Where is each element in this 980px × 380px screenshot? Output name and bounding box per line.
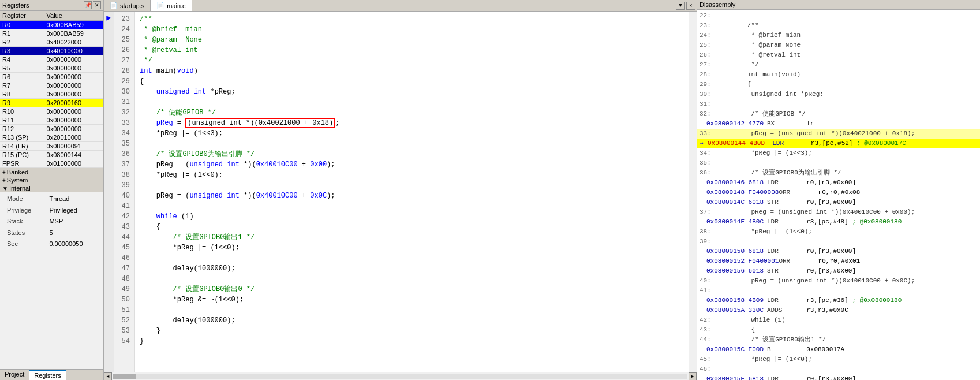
scroll-right-btn[interactable]: ▶	[689, 372, 697, 381]
extra-info: ModeThreadPrivilegePrivilegedStackMSPSta…	[0, 192, 103, 251]
list-item: R10	[0, 107, 44, 116]
list-item: R13 (SP)	[0, 133, 44, 142]
disasm-line: ⇒0x08000144 4B0D LDR r3,[pc,#52] ; @0x08…	[697, 139, 980, 148]
list-item: R4	[0, 55, 44, 64]
banked-expand-icon[interactable]: +	[2, 169, 6, 176]
code-line	[140, 253, 684, 263]
disasm-line: 42: while (1)	[697, 315, 980, 325]
registers-pin-btn[interactable]: 📌	[84, 1, 92, 9]
line-number: 25	[117, 35, 132, 45]
code-line	[140, 139, 684, 149]
list-item: R9	[0, 99, 44, 107]
list-item: 0x00000000	[44, 81, 103, 90]
list-item: 0x00000000	[44, 125, 103, 133]
disasm-line: 0x08000156 6018STR r0,[r3,#0x00]	[697, 266, 980, 276]
disasm-content[interactable]: 22: 23: /**24: * @brief mian25: * @param…	[697, 10, 980, 380]
line-numbers: 2324252627282930313233343536373839404142…	[114, 12, 135, 372]
scroll-left-btn[interactable]: ◀	[104, 372, 112, 381]
scroll-thumb[interactable]	[113, 374, 136, 379]
disasm-line: 41:	[697, 286, 980, 296]
registers-panel: Registers 📌 ✕ Register Value R00x000BAB5…	[0, 0, 104, 380]
disasm-line: 27: */	[697, 60, 980, 70]
line-number: 43	[117, 222, 132, 232]
code-line: /* 设置GPIOB0输出1 */	[140, 232, 684, 243]
code-line: *pReg |= (1<<3);	[140, 128, 684, 139]
editor-close-btn[interactable]: ✕	[686, 2, 695, 10]
list-item: 0.00000050	[47, 239, 99, 250]
system-section: + System	[0, 176, 103, 184]
list-item: 0x20010000	[44, 133, 103, 142]
code-line: while (1)	[140, 211, 684, 222]
disasm-title-bar: Disassembly	[697, 0, 980, 10]
tab-project[interactable]: Project	[0, 370, 29, 380]
col-value: Value	[44, 11, 103, 21]
vertical-scrollbar[interactable]	[689, 12, 697, 372]
code-line: delay(1000000);	[140, 263, 684, 274]
tab-startup[interactable]: 📄 startup.s	[104, 0, 151, 11]
disasm-line: 31:	[697, 99, 980, 109]
list-item: 0x40010C00	[44, 47, 103, 55]
editor-dropdown-btn[interactable]: ▼	[676, 2, 685, 10]
scroll-track[interactable]	[113, 374, 687, 379]
list-item: 5	[47, 228, 99, 239]
disasm-line: 0x0800015A 330CADDS r3,r3,#0x0C	[697, 306, 980, 315]
line-number: 31	[117, 97, 132, 107]
list-item: 0x08000091	[44, 142, 103, 151]
list-item: 0x01000000	[44, 159, 103, 168]
line-number: 45	[117, 243, 132, 253]
list-item: R7	[0, 81, 44, 90]
list-item: MSP	[47, 216, 99, 228]
list-item: FPSR	[0, 159, 44, 168]
disasm-line: 0x0800014E 4B0CLDR r3,[pc,#48] ; @0x0800…	[697, 217, 980, 227]
disasm-line: 0x08000142 4770BX lr	[697, 119, 980, 129]
disasm-line: 24: * @brief mian	[697, 31, 980, 40]
line-number: 33	[117, 118, 132, 128]
code-line: */	[140, 55, 684, 66]
code-line: *pReg &= ~(1<<0);	[140, 295, 684, 305]
code-content[interactable]: /** * @brief mian * @param None * @retva…	[135, 12, 689, 372]
editor-panel: 📄 startup.s 📄 main.c ▼ ✕ ▶ 2324252627282…	[104, 0, 697, 380]
disasm-line: 46:	[697, 364, 980, 374]
disasm-line: 34: *pReg |= (1<<3);	[697, 148, 980, 158]
tab-registers[interactable]: Registers	[29, 370, 66, 380]
line-number: 26	[117, 45, 132, 55]
arrow-icon: ▶	[106, 13, 111, 23]
system-expand-icon[interactable]: +	[2, 177, 6, 184]
registers-close-btn[interactable]: ✕	[93, 1, 101, 9]
disasm-line: 26: * @retval int	[697, 50, 980, 60]
line-number: 48	[117, 274, 132, 284]
panel-tabs: Project Registers	[0, 369, 103, 380]
disasm-line: 0x0800014C 6018STR r0,[r3,#0x00]	[697, 198, 980, 207]
line-number: 28	[117, 66, 132, 76]
code-line: /* 设置GPIOB0输出0 */	[140, 284, 684, 295]
internal-label: Internal	[9, 185, 31, 192]
line-number: 42	[117, 211, 132, 222]
line-number: 36	[117, 149, 132, 159]
disasm-line: 40: pReg = (unsigned int *)(0x40010C00 +…	[697, 276, 980, 286]
list-item: R2	[0, 38, 44, 47]
disasm-line: 32: /* 使能GPIOB */	[697, 109, 980, 119]
editor-tabs: 📄 startup.s 📄 main.c	[104, 0, 192, 11]
code-line	[140, 305, 684, 315]
code-line	[140, 274, 684, 284]
line-number: 34	[117, 128, 132, 139]
line-number: 40	[117, 191, 132, 201]
list-item: R3	[0, 47, 44, 55]
list-item: R11	[0, 116, 44, 125]
list-item: R14 (LR)	[0, 142, 44, 151]
horizontal-scrollbar[interactable]: ◀ ▶	[104, 372, 697, 380]
code-line: /* 设置GPIOB0为输出引脚 */	[140, 149, 684, 159]
registers-scroll[interactable]: Register Value R00x000BAB59R10x000BAB59R…	[0, 11, 103, 369]
code-area[interactable]: 2324252627282930313233343536373839404142…	[114, 12, 689, 372]
list-item: 0x00000000	[44, 55, 103, 64]
code-line: int main(void)	[140, 66, 684, 76]
line-number: 30	[117, 87, 132, 97]
list-item: 0x00000000	[44, 116, 103, 125]
list-item: 0x00000000	[44, 90, 103, 99]
tab-main[interactable]: 📄 main.c	[151, 0, 192, 11]
editor-controls: ▼ ✕	[675, 1, 697, 11]
line-number: 39	[117, 180, 132, 191]
startup-tab-label: startup.s	[120, 2, 144, 9]
code-line: * @retval int	[140, 45, 684, 55]
disasm-title: Disassembly	[700, 1, 735, 8]
